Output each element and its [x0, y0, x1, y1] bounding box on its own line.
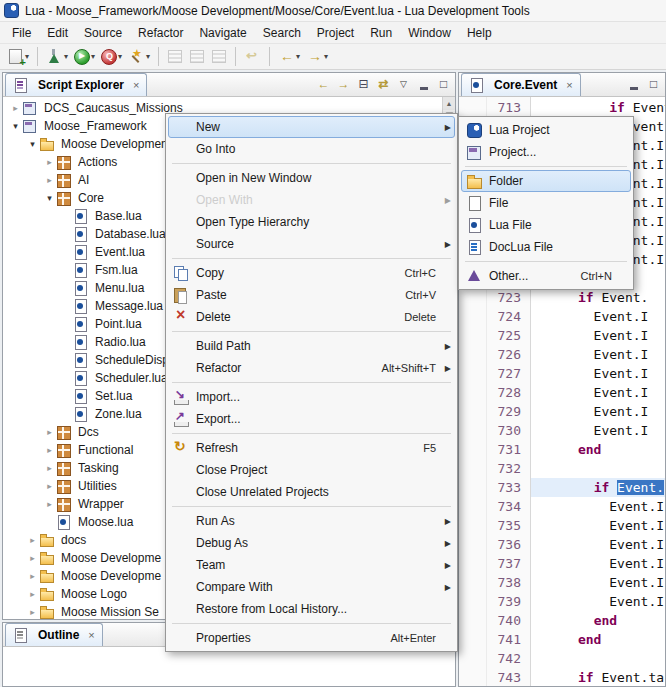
menu-item-refresh[interactable]: RefreshF5	[168, 437, 455, 459]
menu-run[interactable]: Run	[362, 24, 400, 42]
scroll-up-icon[interactable]: ▲	[443, 97, 455, 110]
menu-item-file[interactable]: File	[461, 192, 631, 214]
menu-item-open-type-hierarchy[interactable]: Open Type Hierarchy	[168, 211, 455, 233]
collapse-arrow-icon[interactable]: ▾	[43, 193, 56, 203]
minimize-icon[interactable]	[415, 76, 432, 93]
menu-source[interactable]: Source	[76, 24, 130, 42]
menu-item-doclua-file[interactable]: DocLua File	[461, 236, 631, 258]
back-icon[interactable]	[315, 76, 332, 93]
menu-item-compare-with[interactable]: Compare With▶	[168, 576, 455, 598]
menu-search[interactable]: Search	[255, 24, 309, 42]
menu-item-close-unrelated-projects[interactable]: Close Unrelated Projects	[168, 481, 455, 503]
new-wizard-dropdown-icon[interactable]: ▾	[146, 52, 150, 61]
menu-window[interactable]: Window	[400, 24, 459, 42]
minimize-icon[interactable]	[625, 76, 642, 93]
menu-item-restore-from-local-history[interactable]: Restore from Local History...	[168, 598, 455, 620]
external-tools-button[interactable]: ▾	[44, 47, 70, 66]
code-line[interactable]: Event.I	[531, 402, 665, 421]
menu-item-copy[interactable]: CopyCtrl+C	[168, 262, 455, 284]
code-line[interactable]: Event.I	[531, 535, 665, 554]
menu-project[interactable]: Project	[309, 24, 362, 42]
code-line[interactable]: Event.I	[531, 364, 665, 383]
code-line[interactable]: Event.I	[531, 554, 665, 573]
code-line[interactable]: Event.I	[531, 326, 665, 345]
code-line[interactable]: if Event.	[531, 478, 665, 497]
menu-item-new[interactable]: New▶	[168, 116, 455, 138]
expand-arrow-icon[interactable]: ▸	[43, 427, 56, 437]
forward-button[interactable]: ▾	[304, 47, 330, 66]
code-line[interactable]: end	[531, 630, 665, 649]
collapse-arrow-icon[interactable]: ▾	[9, 121, 22, 131]
forward-dropdown-icon[interactable]: ▾	[324, 52, 328, 61]
menu-item-properties[interactable]: PropertiesAlt+Enter	[168, 627, 455, 649]
tab-core-event[interactable]: Core.Event ×	[461, 73, 581, 96]
menu-item-team[interactable]: Team▶	[168, 554, 455, 576]
menu-edit[interactable]: Edit	[39, 24, 76, 42]
expand-arrow-icon[interactable]: ▸	[26, 571, 39, 581]
expand-arrow-icon[interactable]: ▸	[43, 445, 56, 455]
close-icon[interactable]: ×	[566, 79, 572, 91]
code-line[interactable]: Event.I	[531, 307, 665, 326]
code-line[interactable]	[531, 459, 665, 478]
menu-help[interactable]: Help	[459, 24, 500, 42]
menu-item-other[interactable]: Other...Ctrl+N	[461, 265, 631, 287]
expand-arrow-icon[interactable]: ▸	[43, 157, 56, 167]
back-button[interactable]: ▾	[276, 47, 302, 66]
code-line[interactable]: Event.I	[531, 383, 665, 402]
coverage-button[interactable]: ▾	[99, 48, 124, 66]
code-line[interactable]: if Event.	[531, 288, 665, 307]
code-line[interactable]: Event.I	[531, 516, 665, 535]
tab-outline[interactable]: Outline ×	[5, 623, 103, 646]
code-line[interactable]	[531, 649, 665, 668]
expand-arrow-icon[interactable]: ▸	[43, 175, 56, 185]
menu-item-project[interactable]: Project...	[461, 141, 631, 163]
run-button[interactable]: ▾	[72, 48, 97, 66]
maximize-icon[interactable]	[435, 76, 452, 93]
menu-item-source[interactable]: Source▶	[168, 233, 455, 255]
expand-arrow-icon[interactable]: ▸	[9, 103, 22, 113]
menu-item-paste[interactable]: PasteCtrl+V	[168, 284, 455, 306]
code-line[interactable]: if Event.ta	[531, 668, 665, 686]
menu-item-open-in-new-window[interactable]: Open in New Window	[168, 167, 455, 189]
expand-arrow-icon[interactable]: ▸	[43, 463, 56, 473]
forward-icon[interactable]	[335, 76, 352, 93]
menu-item-lua-file[interactable]: Lua File	[461, 214, 631, 236]
menu-item-run-as[interactable]: Run As▶	[168, 510, 455, 532]
menu-item-import[interactable]: Import...	[168, 386, 455, 408]
menu-item-folder[interactable]: Folder	[461, 170, 631, 192]
run-dropdown-icon[interactable]: ▾	[91, 52, 95, 61]
link-with-editor-icon[interactable]	[375, 76, 392, 93]
close-icon[interactable]: ×	[133, 79, 139, 91]
menu-item-export[interactable]: Export...	[168, 408, 455, 430]
menu-navigate[interactable]: Navigate	[191, 24, 254, 42]
collapse-arrow-icon[interactable]: ▾	[26, 139, 39, 149]
code-line[interactable]: Event.I	[531, 345, 665, 364]
collapse-all-icon[interactable]	[355, 76, 372, 93]
expand-arrow-icon[interactable]: ▸	[26, 607, 39, 617]
expand-arrow-icon[interactable]: ▸	[43, 481, 56, 491]
expand-arrow-icon[interactable]: ▸	[43, 499, 56, 509]
close-icon[interactable]: ×	[88, 629, 94, 641]
menu-item-debug-as[interactable]: Debug As▶	[168, 532, 455, 554]
new-wizard-button[interactable]: ▾	[126, 47, 152, 66]
view-menu-icon[interactable]	[395, 76, 412, 93]
menu-item-close-project[interactable]: Close Project	[168, 459, 455, 481]
code-line[interactable]: Event.I	[531, 573, 665, 592]
menu-item-refactor[interactable]: RefactorAlt+Shift+T▶	[168, 357, 455, 379]
menu-item-go-into[interactable]: Go Into	[168, 138, 455, 160]
tab-script-explorer[interactable]: Script Explorer ×	[5, 73, 147, 96]
code-line[interactable]: end	[531, 611, 665, 630]
expand-arrow-icon[interactable]: ▸	[26, 589, 39, 599]
code-line[interactable]: end	[531, 440, 665, 459]
coverage-dropdown-icon[interactable]: ▾	[118, 52, 122, 61]
menu-item-delete[interactable]: DeleteDelete	[168, 306, 455, 328]
menu-item-lua-project[interactable]: Lua Project	[461, 119, 631, 141]
menu-refactor[interactable]: Refactor	[130, 24, 191, 42]
expand-arrow-icon[interactable]: ▸	[26, 535, 39, 545]
external-tools-dropdown-icon[interactable]: ▾	[64, 52, 68, 61]
back-dropdown-icon[interactable]: ▾	[296, 52, 300, 61]
new-button[interactable]: ▾	[5, 47, 31, 66]
code-line[interactable]: if Event.In	[531, 98, 665, 117]
code-line[interactable]: Event.I	[531, 421, 665, 440]
code-line[interactable]: Event.I	[531, 592, 665, 611]
